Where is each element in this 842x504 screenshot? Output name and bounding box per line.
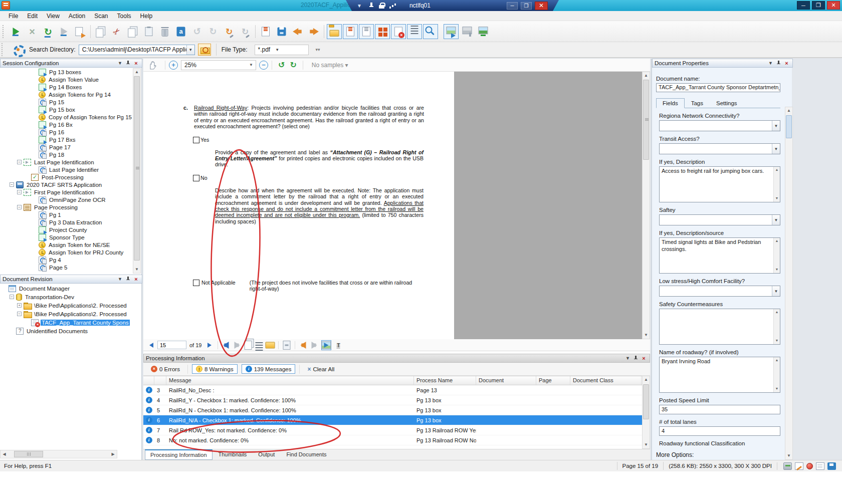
tree-item[interactable]: Pg 3 Data Extraction — [0, 218, 132, 226]
no-checkbox[interactable] — [193, 175, 199, 181]
field-combo[interactable]: ▼ — [659, 286, 780, 297]
copy-page-icon[interactable] — [282, 340, 292, 350]
chevron-down-icon[interactable]: ▼ — [116, 276, 124, 283]
back-arrow-icon[interactable] — [221, 340, 231, 350]
collapse-icon[interactable]: − — [17, 312, 22, 316]
scrollbar-thumb[interactable] — [14, 451, 43, 457]
tree-item[interactable]: Pg 4 — [0, 256, 132, 264]
collapse-icon[interactable]: − — [10, 182, 14, 187]
tab-settings[interactable]: Settings — [710, 98, 744, 108]
reprocess-all-icon[interactable] — [238, 24, 253, 39]
undo-icon[interactable]: ↺ — [278, 60, 285, 70]
scroll-up-icon[interactable]: ▲ — [775, 239, 779, 243]
document-name-input[interactable]: TACF_App_Tarrant County Sponsor Deptartm… — [656, 83, 780, 92]
collapse-icon[interactable]: − — [10, 295, 14, 299]
insert-page-icon[interactable] — [243, 340, 253, 350]
edit-document-icon[interactable] — [795, 462, 803, 470]
column-header-process-name[interactable]: Process Name — [414, 376, 476, 385]
tree-item[interactable]: TACF_App_Tarrant County Spons — [0, 318, 141, 327]
table-row[interactable]: i5RailRd_N - Checkbox 1: marked. Confide… — [143, 405, 642, 415]
scroll-down-icon[interactable]: ▼ — [643, 441, 650, 448]
scrollbar-thumb[interactable] — [786, 115, 792, 138]
tree-item[interactable]: Sponsor Type — [0, 233, 132, 241]
tree-item[interactable]: Document Manager — [0, 284, 141, 293]
pin-icon[interactable] — [369, 3, 374, 9]
scroll-up-icon[interactable]: ▲ — [775, 358, 779, 363]
column-header-message[interactable]: Message — [166, 376, 414, 385]
record-status-icon[interactable] — [806, 463, 813, 469]
session-tree-scrollbar[interactable]: ▲ ▼ — [133, 68, 141, 274]
tree-item[interactable]: Page 5 — [0, 264, 132, 271]
new-folder-icon[interactable] — [265, 340, 275, 350]
undo-icon[interactable] — [189, 24, 204, 39]
tree-item[interactable]: Assign Token for PRJ County — [0, 248, 132, 256]
tree-item[interactable]: −Last Page Identification — [0, 158, 132, 166]
tree-item[interactable]: Copy of Assign Tokens for Pg 15 — [0, 113, 132, 121]
tree-item[interactable]: Pg 13 boxes — [0, 68, 132, 76]
scroll-up-icon[interactable]: ▲ — [775, 310, 779, 315]
resume-icon[interactable] — [57, 24, 72, 39]
chevron-down-icon[interactable]: ▼ — [357, 3, 362, 9]
scroll-down-icon[interactable]: ▼ — [775, 339, 779, 343]
paste-icon[interactable] — [141, 24, 156, 39]
zoom-level-select[interactable]: 25% ▼ — [181, 60, 256, 70]
tree-item[interactable]: Last Page Identifier — [0, 166, 132, 173]
tree-item[interactable]: Pg 17 Bxs — [0, 136, 132, 143]
tree-item[interactable]: Page 17 — [0, 143, 132, 151]
save-session-icon[interactable] — [274, 24, 289, 39]
tree-item[interactable]: −2020 TACF SRTS Application — [0, 181, 132, 188]
not-applicable-checkbox[interactable] — [193, 280, 199, 286]
previous-page-icon[interactable] — [146, 340, 156, 350]
rdp-close-button[interactable]: ✕ — [535, 2, 548, 10]
tab-tags[interactable]: Tags — [685, 98, 710, 108]
messages-filter-button[interactable]: i 139 Messages — [242, 364, 296, 374]
scrollbar-thumb[interactable] — [643, 384, 649, 419]
expand-icon[interactable]: + — [17, 303, 22, 308]
delete-icon[interactable] — [157, 24, 172, 39]
menu-edit[interactable]: Edit — [23, 12, 42, 21]
field-combo[interactable]: ▼ — [659, 143, 780, 154]
yes-checkbox[interactable] — [193, 137, 199, 143]
scroll-up-icon[interactable]: ▲ — [643, 376, 650, 383]
pin-icon[interactable] — [125, 276, 131, 283]
document-options-icon[interactable] — [327, 24, 342, 39]
close-icon[interactable]: × — [132, 60, 140, 67]
warnings-filter-button[interactable]: ! 8 Warnings — [192, 364, 238, 374]
column-header-page[interactable]: Page — [536, 376, 570, 385]
zoom-out-icon[interactable]: − — [259, 61, 268, 70]
tab-fields[interactable]: Fields — [656, 98, 685, 108]
scrollbar-thumb[interactable] — [134, 76, 140, 261]
viewer-scrollbar[interactable]: ▲ ▼ — [642, 72, 650, 339]
field-textarea[interactable]: Timed signal lights at Bike and Pedstria… — [659, 237, 780, 274]
field-textarea[interactable]: ▲▼ — [659, 309, 780, 345]
tree-item[interactable]: Pg 15 box — [0, 106, 132, 113]
reject-page-icon[interactable] — [298, 340, 308, 350]
scroll-down-icon[interactable]: ▼ — [133, 266, 140, 273]
tree-item[interactable]: Project County — [0, 226, 132, 233]
tree-item[interactable]: Pg 18 — [0, 151, 132, 158]
next-page-icon[interactable] — [204, 340, 215, 350]
split-document-icon[interactable] — [93, 24, 108, 39]
tree-item[interactable]: Pg 1 — [0, 211, 132, 218]
menu-action[interactable]: Action — [64, 12, 90, 21]
close-icon[interactable]: × — [783, 60, 790, 67]
scroll-right-icon[interactable]: ▶ — [109, 450, 117, 458]
scroll-up-icon[interactable]: ▲ — [785, 107, 792, 114]
menu-help[interactable]: Help — [136, 12, 157, 21]
column-header-document[interactable]: Document — [476, 376, 536, 385]
stop-scan-icon[interactable] — [25, 24, 40, 39]
left-horizontal-scrollbar[interactable]: ◀ ▶ — [0, 450, 117, 458]
tab-thumbnails[interactable]: Thumbnails — [213, 449, 253, 459]
collapse-icon[interactable]: − — [17, 160, 22, 164]
table-row[interactable]: i6RailRd_N/A - Checkbox 1: marked. Confi… — [143, 415, 642, 425]
scrollbar-thumb[interactable] — [643, 80, 649, 160]
tree-item[interactable]: Pg 16 — [0, 128, 132, 136]
zoom-tool-icon[interactable] — [423, 24, 438, 39]
toolbar-overflow-icon[interactable]: ▾▾ — [316, 47, 320, 52]
tree-item[interactable]: −\Bike Ped\Applications\2. Processed — [0, 310, 141, 318]
menu-view[interactable]: View — [42, 12, 64, 21]
pan-hand-icon[interactable] — [147, 60, 157, 70]
table-row[interactable]: i4RailRd_Y - Checkbox 1: marked. Confide… — [143, 395, 642, 405]
textarea-scrollbar[interactable]: ▲▼ — [773, 309, 780, 344]
window-restore-button[interactable]: ❐ — [812, 1, 825, 10]
